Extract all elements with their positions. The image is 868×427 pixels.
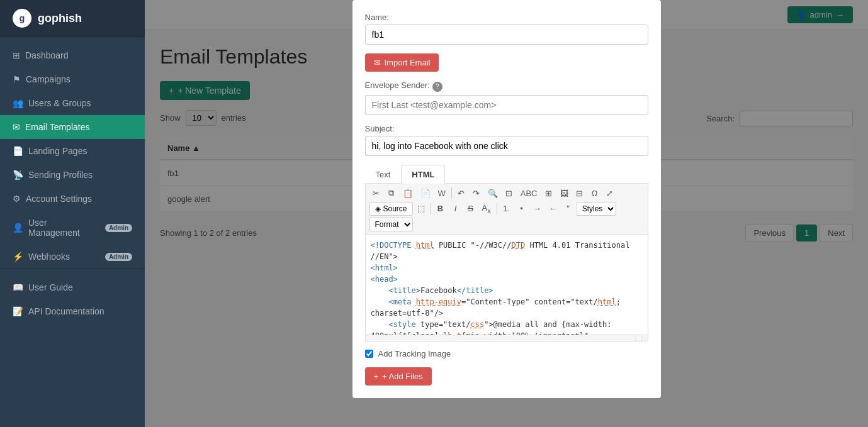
mgmt-icon: 👤: [13, 223, 23, 233]
separator-1: [451, 187, 452, 199]
maximize-button[interactable]: ⤢: [603, 187, 617, 200]
tracking-row: Add Tracking Image: [365, 349, 648, 358]
editor-toolbar: ✂ ⧉ 📋 📄 W ↶ ↷ 🔍 ⊡ ABC ⊞ 🖼 ⊟ Ω ⤢ ◈ Source: [365, 184, 648, 235]
spellcheck-button[interactable]: ABC: [517, 187, 541, 200]
undo-button[interactable]: ↶: [454, 187, 468, 200]
name-field: Name:: [365, 13, 648, 45]
sidebar: g gophish ⊞ Dashboard ⚑ Campaigns 👥 User…: [0, 0, 145, 427]
paste-button[interactable]: 📋: [400, 187, 416, 200]
bold-button[interactable]: B: [434, 202, 448, 215]
name-input[interactable]: [365, 25, 648, 45]
tab-text[interactable]: Text: [365, 165, 402, 184]
sidebar-item-user-management[interactable]: 👤 User Management Admin: [0, 211, 145, 245]
resize-handle[interactable]: ⋮⋮: [365, 335, 648, 341]
find-button[interactable]: 🔍: [485, 187, 501, 200]
select-all-button[interactable]: ⊡: [502, 187, 516, 200]
sidebar-item-user-guide[interactable]: 📖 User Guide: [0, 275, 145, 299]
indent-button[interactable]: →: [530, 202, 544, 215]
dashboard-icon: ⊞: [13, 50, 20, 60]
quote-button[interactable]: ": [561, 202, 575, 215]
paste-word-button[interactable]: W: [435, 187, 449, 200]
resize-grip: ⋮⋮: [633, 335, 645, 341]
sidebar-item-sending-profiles[interactable]: 📡 Sending Profiles: [0, 163, 145, 187]
user-management-badge: Admin: [105, 224, 132, 232]
sidebar-item-users-groups[interactable]: 👥 Users & Groups: [0, 91, 145, 115]
profiles-icon: 📡: [13, 170, 23, 180]
separator-3: [497, 203, 497, 214]
sidebar-item-campaigns[interactable]: ⚑ Campaigns: [0, 67, 145, 91]
styles-select[interactable]: Styles: [577, 202, 616, 216]
paste-text-button[interactable]: 📄: [417, 187, 434, 200]
help-icon[interactable]: ?: [432, 82, 442, 92]
tracking-label[interactable]: Add Tracking Image: [378, 349, 451, 358]
subject-field: Subject:: [365, 124, 648, 156]
plus-files-icon: +: [374, 372, 379, 381]
separator-2: [431, 203, 431, 214]
sidebar-item-api-documentation[interactable]: 📝 API Documentation: [0, 299, 145, 323]
sidebar-item-dashboard[interactable]: ⊞ Dashboard: [0, 43, 145, 67]
cut-button[interactable]: ✂: [369, 187, 383, 200]
modal-overlay: Name: ✉ Import Email Envelope Sender: ? …: [145, 0, 868, 427]
guide-icon: 📖: [13, 282, 23, 292]
outdent-button[interactable]: ←: [546, 202, 560, 215]
name-label: Name:: [365, 13, 648, 22]
subject-label: Subject:: [365, 124, 648, 133]
envelope-sender-field: Envelope Sender: ?: [365, 80, 648, 115]
image-button[interactable]: 🖼: [557, 187, 572, 200]
settings-icon: ⚙: [13, 194, 21, 204]
logo-icon: g: [13, 9, 31, 28]
sidebar-item-email-templates[interactable]: ✉ Email Templates: [0, 115, 145, 139]
import-email-button[interactable]: ✉ Import Email: [365, 53, 439, 72]
envelope-sender-label: Envelope Sender:: [365, 80, 430, 90]
template-modal: Name: ✉ Import Email Envelope Sender: ? …: [352, 0, 661, 398]
editor-tabs: Text HTML: [365, 165, 648, 184]
subscript-button[interactable]: Ax: [479, 201, 494, 216]
api-icon: 📝: [13, 306, 23, 316]
envelope-icon: ✉: [374, 58, 381, 67]
main-content: 👤 admin → Email Templates + + New Templa…: [145, 0, 868, 427]
sidebar-item-landing-pages[interactable]: 📄 Landing Pages: [0, 139, 145, 163]
show-blocks-button[interactable]: ⬚: [414, 202, 428, 215]
webhooks-badge: Admin: [105, 253, 132, 261]
redo-button[interactable]: ↷: [470, 187, 483, 200]
format-select[interactable]: Format Normal: [369, 218, 413, 231]
ul-button[interactable]: •: [515, 202, 529, 215]
strikethrough-button[interactable]: S: [464, 202, 478, 215]
special-char-button[interactable]: Ω: [588, 187, 602, 200]
webhooks-icon: ⚡: [13, 252, 23, 262]
sidebar-item-webhooks[interactable]: ⚡ Webhooks Admin: [0, 245, 145, 269]
sidebar-bottom: 📖 User Guide 📝 API Documentation: [0, 269, 145, 330]
blocks-button[interactable]: ⊞: [542, 187, 556, 200]
tracking-checkbox[interactable]: [365, 350, 373, 358]
email-icon: ✉: [13, 122, 20, 132]
source-button[interactable]: ◈ Source: [369, 202, 413, 216]
subject-input[interactable]: [365, 136, 648, 156]
campaigns-icon: ⚑: [13, 74, 21, 84]
pages-icon: 📄: [13, 146, 23, 156]
tab-html[interactable]: HTML: [401, 165, 445, 184]
add-files-button[interactable]: + + Add Files: [365, 367, 432, 385]
app-name: gophish: [38, 12, 82, 25]
envelope-sender-input[interactable]: [365, 95, 648, 115]
ol-button[interactable]: 1.: [500, 202, 514, 215]
envelope-sender-row: Envelope Sender: ?: [365, 80, 648, 92]
sidebar-nav: ⊞ Dashboard ⚑ Campaigns 👥 Users & Groups…: [0, 37, 145, 427]
sidebar-logo: g gophish: [0, 0, 145, 37]
copy-toolbar-button[interactable]: ⧉: [385, 186, 398, 200]
users-icon: 👥: [13, 98, 23, 108]
editor-content[interactable]: <!DOCTYPE html PUBLIC "-//W3C//DTD HTML …: [365, 235, 648, 335]
sidebar-item-account-settings[interactable]: ⚙ Account Settings: [0, 187, 145, 211]
table-button[interactable]: ⊟: [573, 187, 587, 200]
italic-button[interactable]: I: [449, 202, 463, 215]
source-icon: ◈: [375, 204, 381, 213]
